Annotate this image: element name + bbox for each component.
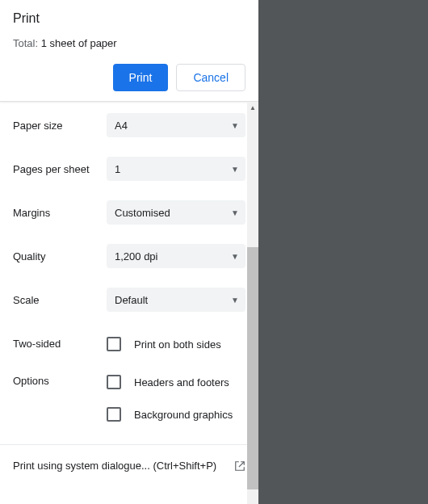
scrollbar-thumb[interactable] xyxy=(247,247,258,489)
chevron-down-icon: ▼ xyxy=(231,208,239,217)
select-quality-value: 1,200 dpi xyxy=(115,250,158,262)
label-scale: Scale xyxy=(13,294,107,306)
select-scale-value: Default xyxy=(115,294,148,306)
label-options: Options xyxy=(13,373,107,435)
total-count: 1 sheet of paper xyxy=(41,37,117,49)
settings-scroll: Paper size A4 ▼ Pages per sheet 1 ▼ Marg… xyxy=(0,102,258,504)
row-paper-size: Paper size A4 ▼ xyxy=(13,111,245,139)
scrollbar-track[interactable]: ▲ xyxy=(247,102,258,504)
select-margins[interactable]: Customised ▼ xyxy=(107,200,245,225)
open-external-icon xyxy=(234,460,245,472)
row-margins: Margins Customised ▼ xyxy=(13,199,245,226)
checkbox-background-graphics-label: Background graphics xyxy=(134,409,233,421)
label-two-sided: Two-sided xyxy=(13,338,107,350)
checkbox-headers-footers[interactable] xyxy=(107,375,121,389)
select-margins-value: Customised xyxy=(115,207,170,219)
row-two-sided: Two-sided Print on both sides xyxy=(13,330,245,357)
checkbox-headers-footers-label: Headers and footers xyxy=(134,376,229,388)
print-panel: Print Total: 1 sheet of paper Print Canc… xyxy=(0,0,258,504)
system-dialogue-text: Print using system dialogue... (Ctrl+Shi… xyxy=(13,460,216,472)
print-button[interactable]: Print xyxy=(113,64,169,91)
chevron-down-icon: ▼ xyxy=(231,121,239,130)
select-scale[interactable]: Default ▼ xyxy=(107,288,245,312)
total-line: Total: 1 sheet of paper xyxy=(13,37,245,49)
page-title: Print xyxy=(13,11,245,26)
row-scale: Scale Default ▼ xyxy=(13,286,245,313)
select-paper-size[interactable]: A4 ▼ xyxy=(107,113,245,137)
checkbox-two-sided-label: Print on both sides xyxy=(134,338,221,351)
cancel-button[interactable]: Cancel xyxy=(176,64,245,91)
select-quality[interactable]: 1,200 dpi ▼ xyxy=(107,244,245,268)
chevron-down-icon: ▼ xyxy=(231,296,239,304)
label-paper-size: Paper size xyxy=(13,120,107,132)
select-pages-per-sheet[interactable]: 1 ▼ xyxy=(107,157,245,181)
select-pages-per-sheet-value: 1 xyxy=(115,163,120,175)
system-dialogue-link[interactable]: Print using system dialogue... (Ctrl+Shi… xyxy=(13,445,245,486)
label-margins: Margins xyxy=(13,207,107,219)
checkbox-two-sided[interactable] xyxy=(107,337,121,351)
select-paper-size-value: A4 xyxy=(115,120,128,132)
total-prefix: Total: xyxy=(13,37,41,49)
chevron-down-icon: ▼ xyxy=(231,252,239,261)
row-options: Options Headers and footers Background g… xyxy=(13,373,245,435)
scroll-up-icon[interactable]: ▲ xyxy=(247,102,258,113)
chevron-down-icon: ▼ xyxy=(231,165,239,174)
button-row: Print Cancel xyxy=(13,64,245,91)
row-pages-per-sheet: Pages per sheet 1 ▼ xyxy=(13,155,245,183)
checkbox-background-graphics[interactable] xyxy=(107,407,121,422)
print-header: Print Total: 1 sheet of paper Print Canc… xyxy=(0,0,258,102)
row-quality: Quality 1,200 dpi ▼ xyxy=(13,242,245,270)
label-quality: Quality xyxy=(13,250,107,262)
label-pages-per-sheet: Pages per sheet xyxy=(13,163,107,175)
